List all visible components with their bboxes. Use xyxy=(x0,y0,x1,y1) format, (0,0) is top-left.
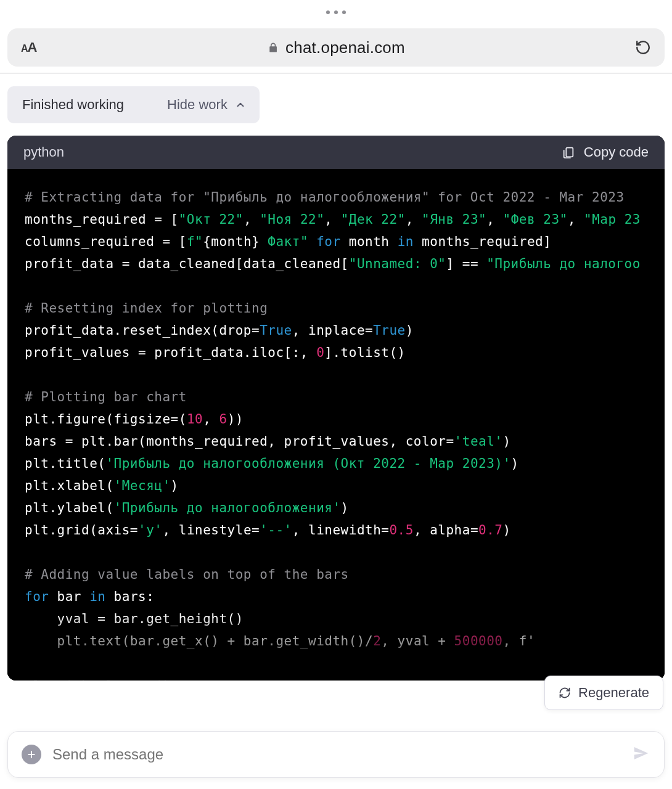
browser-url-bar[interactable]: AA chat.openai.com xyxy=(7,28,665,67)
message-input[interactable] xyxy=(52,746,632,763)
code-language-label: python xyxy=(23,144,64,160)
drag-handle-dots[interactable] xyxy=(326,10,346,14)
code-content: # Extracting data for "Прибыль до налого… xyxy=(7,169,665,681)
attach-button[interactable] xyxy=(22,745,41,764)
finished-working-label: Finished working xyxy=(22,97,124,113)
clipboard-icon xyxy=(562,145,575,159)
window-grabber xyxy=(0,0,672,25)
code-block-header: python Copy code xyxy=(7,136,665,169)
regenerate-icon xyxy=(559,687,571,699)
copy-code-label: Copy code xyxy=(584,144,649,160)
regenerate-label: Regenerate xyxy=(578,685,649,701)
url-text: chat.openai.com xyxy=(285,38,405,57)
code-block: python Copy code # Extracting data for "… xyxy=(7,136,665,681)
lock-icon xyxy=(267,41,279,54)
message-composer[interactable] xyxy=(7,731,665,778)
reader-mode-button[interactable]: AA xyxy=(21,39,36,55)
work-status-chip[interactable]: Finished working Hide work xyxy=(7,86,260,123)
copy-code-button[interactable]: Copy code xyxy=(562,144,649,160)
hide-work-toggle[interactable]: Hide work xyxy=(167,97,246,113)
hide-work-label: Hide work xyxy=(167,97,227,113)
reload-button[interactable] xyxy=(635,39,651,55)
chevron-up-icon xyxy=(235,99,246,110)
svg-rect-0 xyxy=(566,148,573,157)
send-icon xyxy=(632,744,650,762)
plus-icon xyxy=(27,750,36,759)
code-body[interactable]: # Extracting data for "Прибыль до налого… xyxy=(7,169,665,681)
regenerate-button[interactable]: Regenerate xyxy=(544,676,663,710)
send-button[interactable] xyxy=(632,744,650,765)
